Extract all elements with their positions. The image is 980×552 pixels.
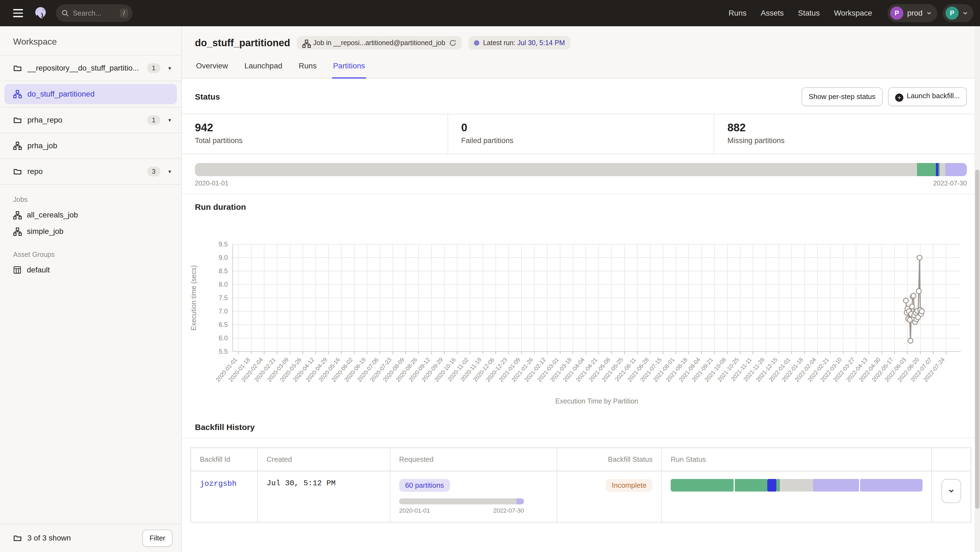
nav-link-assets[interactable]: Assets <box>761 9 784 17</box>
partition-status-bar-section: 2020-01-01 2022-07-30 <box>182 154 980 194</box>
tab-overview[interactable]: Overview <box>195 62 229 79</box>
svg-text:6.0: 6.0 <box>219 334 228 342</box>
backfill-created: Jul 30, 5:12 PM <box>258 471 390 522</box>
workspace-sidebar: Workspace __repository__do_stuff_partiti… <box>0 26 182 552</box>
folder-icon <box>13 534 22 542</box>
nav-link-status[interactable]: Status <box>798 9 819 17</box>
expand-row-button[interactable] <box>942 479 961 503</box>
column-header-requested: Requested <box>390 448 557 471</box>
filter-button[interactable]: Filter <box>142 530 172 547</box>
svg-text:Execution Time by Partition: Execution Time by Partition <box>555 397 638 405</box>
tab-partitions[interactable]: Partitions <box>332 62 366 79</box>
svg-text:7.5: 7.5 <box>219 294 228 301</box>
search-shortcut-key: / <box>120 8 128 18</box>
svg-text:9.0: 9.0 <box>219 254 228 261</box>
backfill-id-link[interactable]: jozrgsbh <box>200 479 237 488</box>
bar-segment <box>936 163 939 176</box>
global-search: / <box>56 5 132 22</box>
bar-segment <box>917 163 936 176</box>
bar-segment <box>195 163 917 176</box>
sidebar-item-default[interactable]: default <box>0 262 181 278</box>
deployment-switcher[interactable]: P prod <box>888 4 937 22</box>
bar-segment <box>776 479 780 492</box>
job-icon <box>302 40 309 46</box>
requested-partitions-tag[interactable]: 60 partitions <box>399 479 450 492</box>
user-menu[interactable]: P <box>943 4 974 22</box>
tab-launchpad[interactable]: Launchpad <box>243 62 283 79</box>
chevron-down-icon <box>948 488 955 494</box>
folder-icon <box>13 64 22 73</box>
backfill-history-header: Backfill History <box>182 414 980 438</box>
folder-icon <box>13 167 22 176</box>
bar-segment <box>399 498 517 504</box>
partition-stats: 942Total partitions0Failed partitions882… <box>182 114 980 154</box>
status-heading: Status <box>195 92 220 102</box>
sidebar-item-do_stuff_partitioned[interactable]: do_stuff_partitioned <box>5 84 177 104</box>
launch-backfill-button[interactable]: +Launch backfill... <box>888 87 967 106</box>
partition-range-end: 2022-07-30 <box>933 179 967 187</box>
requested-range-start: 2020-01-01 <box>399 507 430 514</box>
expand-caret-icon[interactable]: ▾ <box>166 168 173 175</box>
nav-link-workspace[interactable]: Workspace <box>834 9 872 17</box>
column-header-actions <box>932 448 971 471</box>
dagster-logo-icon[interactable] <box>33 5 48 21</box>
section-label-jobs: Jobs <box>0 185 181 207</box>
sidebar-item-repo[interactable]: repo3▾ <box>0 159 181 185</box>
run-duration-section: Run duration 5.56.06.57.07.58.08.59.09.5… <box>182 194 980 414</box>
partition-range-start: 2020-01-01 <box>195 179 229 187</box>
job-icon <box>13 211 21 219</box>
job-origin-tag: Job in __reposi...artitioned@partitioned… <box>297 36 462 49</box>
item-count-badge: 1 <box>147 63 161 73</box>
page-scrollbar[interactable] <box>975 26 980 552</box>
sidebar-item-__repository__do_stuff_partitio...[interactable]: __repository__do_stuff_partitio...1▾ <box>0 56 181 81</box>
svg-text:9.5: 9.5 <box>219 240 228 248</box>
search-icon <box>61 9 69 17</box>
status-section-header: Status Show per-step status +Launch back… <box>182 79 980 114</box>
chevron-down-icon <box>963 10 968 16</box>
latest-run-tag: Latest run: Jul 30, 5:14 PM <box>468 36 571 49</box>
folder-icon <box>13 116 22 124</box>
sidebar-footer: 3 of 3 shown Filter <box>0 523 181 552</box>
sidebar-item-prha_repo[interactable]: prha_repo1▾ <box>0 108 181 133</box>
sidebar-item-simple_job[interactable]: simple_job <box>0 223 181 240</box>
latest-run-link[interactable]: Jul 30, 5:14 PM <box>517 39 565 46</box>
grid-icon <box>13 266 21 274</box>
run-status-bar[interactable] <box>671 479 923 492</box>
chevron-down-icon <box>926 10 932 16</box>
job-icon <box>13 227 21 236</box>
show-per-step-status-button[interactable]: Show per-step status <box>802 87 883 106</box>
backfill-history-table: Backfill IdCreatedRequestedBackfill Stat… <box>191 447 971 522</box>
bar-segment <box>860 479 923 492</box>
requested-range-end: 2022-07-30 <box>493 507 524 514</box>
svg-text:7.0: 7.0 <box>219 308 228 315</box>
sidebar-item-all_cereals_job[interactable]: all_cereals_job <box>0 207 181 223</box>
plus-circle-icon: + <box>895 94 904 102</box>
stat-total-partitions: 942Total partitions <box>182 114 448 154</box>
scrollbar-thumb[interactable] <box>975 170 980 509</box>
job-origin-link[interactable]: __reposi...artitioned@partitioned_job <box>333 39 445 46</box>
partition-status-bar[interactable] <box>195 163 967 176</box>
backfill-status-badge: Incomplete <box>606 479 652 492</box>
svg-text:6.5: 6.5 <box>219 321 228 328</box>
column-header-created: Created <box>258 448 390 471</box>
svg-text:Execution time (secs): Execution time (secs) <box>190 265 197 331</box>
top-navbar: / RunsAssetsStatusWorkspace P prod P <box>0 0 980 26</box>
bar-segment <box>517 498 524 504</box>
bar-segment <box>767 479 776 492</box>
requested-progress-bar <box>399 498 524 504</box>
sidebar-item-prha_job[interactable]: prha_job <box>0 133 181 159</box>
page-title: do_stuff_partitioned <box>195 37 290 49</box>
reload-icon[interactable] <box>449 40 456 46</box>
run-duration-chart: 5.56.06.57.07.58.08.59.09.52020-01-01202… <box>187 234 980 414</box>
column-header-backfill-status: Backfill Status <box>557 448 662 471</box>
search-input[interactable] <box>73 9 120 17</box>
expand-caret-icon[interactable]: ▾ <box>166 117 173 124</box>
bar-segment <box>780 479 813 492</box>
nav-link-runs[interactable]: Runs <box>729 9 746 17</box>
bar-segment <box>671 479 733 492</box>
svg-text:8.0: 8.0 <box>219 281 228 288</box>
bar-segment <box>945 163 967 176</box>
tab-runs[interactable]: Runs <box>298 62 318 79</box>
expand-caret-icon[interactable]: ▾ <box>166 65 173 71</box>
menu-icon[interactable] <box>10 5 26 21</box>
